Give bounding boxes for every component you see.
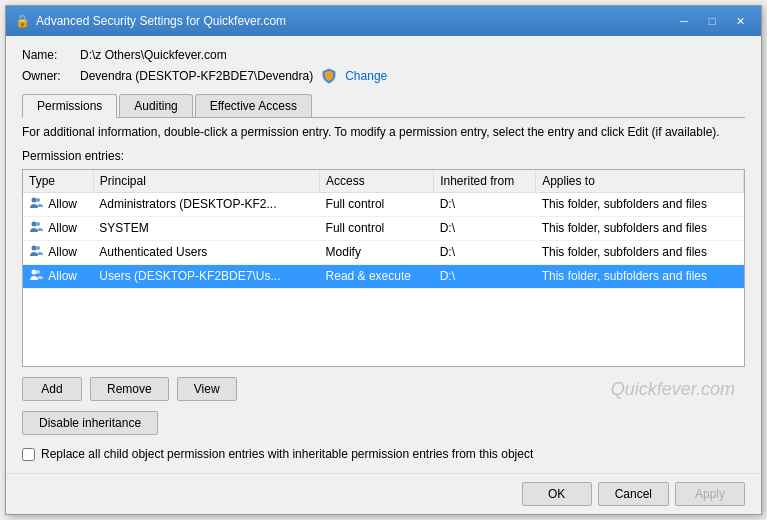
content-wrapper: Name: D:\z Others\Quickfever.com Owner: … [6,36,761,514]
cell-applies: This folder, subfolders and files [536,264,744,288]
col-type: Type [23,170,93,193]
permissions-table-container[interactable]: Type Principal Access Inherited from App… [22,169,745,367]
disable-inheritance-button[interactable]: Disable inheritance [22,411,158,435]
col-principal: Principal [93,170,319,193]
cell-type: Allow [23,216,93,240]
cell-access: Read & execute [320,264,434,288]
checkbox-row: Replace all child object permission entr… [22,447,745,461]
cancel-button[interactable]: Cancel [598,482,669,506]
bottom-controls: Add Remove View Quickfever.com [22,377,745,401]
view-button[interactable]: View [177,377,237,401]
cell-inherited: D:\ [434,264,536,288]
table-row[interactable]: Allow Authenticated Users Modify D:\ Thi… [23,240,744,264]
remove-button[interactable]: Remove [90,377,169,401]
svg-point-3 [36,222,40,226]
replace-child-permissions-checkbox[interactable] [22,448,35,461]
cell-applies: This folder, subfolders and files [536,240,744,264]
cell-type: Allow [23,192,93,216]
cell-type: Allow [23,240,93,264]
apply-button[interactable]: Apply [675,482,745,506]
cell-access: Modify [320,240,434,264]
disable-inheritance-row: Disable inheritance [22,411,745,435]
row-icon [29,223,43,237]
col-applies: Applies to [536,170,744,193]
svg-point-0 [32,197,37,202]
row-icon [29,199,43,213]
table-row[interactable]: Allow SYSTEM Full control D:\ This folde… [23,216,744,240]
main-content: Name: D:\z Others\Quickfever.com Owner: … [6,36,761,473]
svg-point-7 [36,270,40,274]
cell-inherited: D:\ [434,216,536,240]
owner-value: Devendra (DESKTOP-KF2BDE7\Devendra) [80,69,313,83]
shield-icon [321,68,337,84]
description-text: For additional information, double-click… [22,124,745,141]
watermark: Quickfever.com [245,379,745,400]
svg-point-1 [36,198,40,202]
svg-point-2 [32,221,37,226]
window-icon: 🔒 [14,13,30,29]
add-button[interactable]: Add [22,377,82,401]
cell-inherited: D:\ [434,192,536,216]
name-label: Name: [22,48,72,62]
svg-point-5 [36,246,40,250]
cell-principal: Authenticated Users [93,240,319,264]
name-value: D:\z Others\Quickfever.com [80,48,227,62]
cell-type: Allow [23,264,93,288]
footer: OK Cancel Apply [6,473,761,514]
owner-label: Owner: [22,69,72,83]
owner-row: Owner: Devendra (DESKTOP-KF2BDE7\Devendr… [22,68,745,84]
table-row[interactable]: Allow Administrators (DESKTOP-KF2... Ful… [23,192,744,216]
window-title: Advanced Security Settings for Quickfeve… [36,14,671,28]
cell-inherited: D:\ [434,240,536,264]
row-icon [29,271,43,285]
col-access: Access [320,170,434,193]
minimize-button[interactable]: ─ [671,12,697,30]
title-bar: 🔒 Advanced Security Settings for Quickfe… [6,6,761,36]
tab-bar: Permissions Auditing Effective Access [22,94,745,118]
close-button[interactable]: ✕ [727,12,753,30]
tab-permissions[interactable]: Permissions [22,94,117,118]
change-link[interactable]: Change [345,69,387,83]
tab-auditing[interactable]: Auditing [119,94,192,117]
table-header-row: Type Principal Access Inherited from App… [23,170,744,193]
cell-applies: This folder, subfolders and files [536,216,744,240]
svg-point-6 [32,269,37,274]
row-icon [29,247,43,261]
maximize-button[interactable]: □ [699,12,725,30]
permissions-table: Type Principal Access Inherited from App… [23,170,744,289]
table-row[interactable]: Allow Users (DESKTOP-KF2BDE7\Us... Read … [23,264,744,288]
col-inherited: Inherited from [434,170,536,193]
cell-access: Full control [320,192,434,216]
svg-point-4 [32,245,37,250]
cell-principal: SYSTEM [93,216,319,240]
window-controls: ─ □ ✕ [671,12,753,30]
checkbox-label: Replace all child object permission entr… [41,447,533,461]
cell-principal: Users (DESKTOP-KF2BDE7\Us... [93,264,319,288]
name-row: Name: D:\z Others\Quickfever.com [22,48,745,62]
table-body: Allow Administrators (DESKTOP-KF2... Ful… [23,192,744,288]
cell-access: Full control [320,216,434,240]
tab-effective-access[interactable]: Effective Access [195,94,312,117]
permission-entries-label: Permission entries: [22,149,745,163]
main-window: 🔒 Advanced Security Settings for Quickfe… [5,5,762,515]
cell-principal: Administrators (DESKTOP-KF2... [93,192,319,216]
ok-button[interactable]: OK [522,482,592,506]
cell-applies: This folder, subfolders and files [536,192,744,216]
